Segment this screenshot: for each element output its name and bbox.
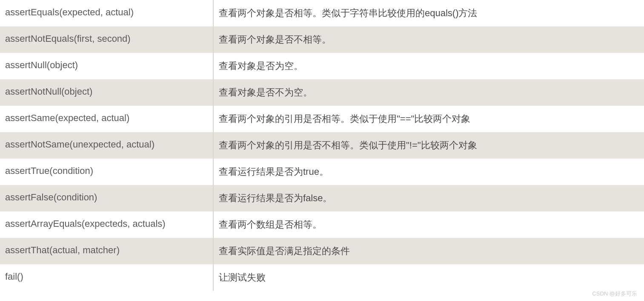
description-cell: 查看两个对象的引用是否相等。类似于使用"=="比较两个对象 [214, 106, 644, 132]
description-cell: 让测试失败 [214, 264, 644, 291]
method-cell: fail() [0, 264, 214, 291]
method-cell: assertThat(actual, matcher) [0, 238, 214, 264]
table-row: assertFalse(condition) 查看运行结果是否为false。 [0, 185, 644, 211]
table-row: assertTrue(condition) 查看运行结果是否为true。 [0, 159, 644, 185]
description-cell: 查看运行结果是否为true。 [214, 159, 644, 185]
description-cell: 查看对象是否为空。 [214, 53, 644, 79]
table-row: assertEquals(expected, actual) 查看两个对象是否相… [0, 0, 644, 26]
description-cell: 查看两个对象的引用是否不相等。类似于使用"!="比较两个对象 [214, 132, 644, 159]
table-row: assertNull(object) 查看对象是否为空。 [0, 53, 644, 79]
table-row: assertNotEquals(first, second) 查看两个对象是否不… [0, 26, 644, 53]
method-cell: assertArrayEquals(expecteds, actuals) [0, 211, 214, 238]
table-row: assertSame(expected, actual) 查看两个对象的引用是否… [0, 106, 644, 132]
method-cell: assertNotEquals(first, second) [0, 26, 214, 53]
method-cell: assertNotNull(object) [0, 79, 214, 106]
method-cell: assertNotSame(unexpected, actual) [0, 132, 214, 159]
description-cell: 查看实际值是否满足指定的条件 [214, 238, 644, 264]
watermark-text: CSDN @好多可乐 [592, 290, 637, 291]
method-cell: assertTrue(condition) [0, 159, 214, 185]
description-cell: 查看两个对象是否不相等。 [214, 26, 644, 53]
table-row: assertNotSame(unexpected, actual) 查看两个对象… [0, 132, 644, 159]
method-cell: assertFalse(condition) [0, 185, 214, 211]
description-cell: 查看两个数组是否相等。 [214, 211, 644, 238]
method-cell: assertNull(object) [0, 53, 214, 79]
table-row: assertArrayEquals(expecteds, actuals) 查看… [0, 211, 644, 238]
description-cell: 查看两个对象是否相等。类似于字符串比较使用的equals()方法 [214, 0, 644, 26]
table-row: fail() 让测试失败 [0, 264, 644, 291]
description-cell: 查看运行结果是否为false。 [214, 185, 644, 211]
method-cell: assertSame(expected, actual) [0, 106, 214, 132]
method-cell: assertEquals(expected, actual) [0, 0, 214, 26]
table-row: assertNotNull(object) 查看对象是否不为空。 [0, 79, 644, 106]
description-cell: 查看对象是否不为空。 [214, 79, 644, 106]
assertions-table: assertEquals(expected, actual) 查看两个对象是否相… [0, 0, 644, 291]
table-row: assertThat(actual, matcher) 查看实际值是否满足指定的… [0, 238, 644, 264]
